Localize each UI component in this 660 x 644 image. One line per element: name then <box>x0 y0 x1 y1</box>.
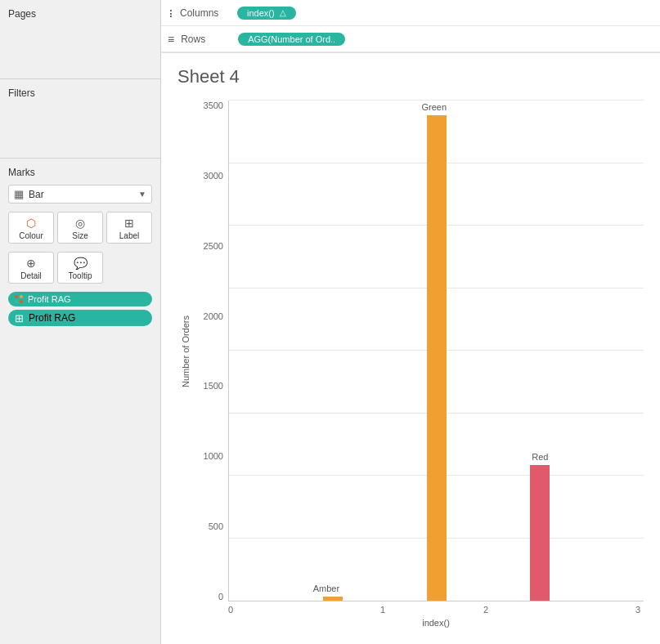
x-tick-2: 2 <box>434 605 537 615</box>
dot2 <box>20 295 23 298</box>
detail-pill-label: Profit RAG <box>29 312 75 324</box>
x-tick-0: 0 <box>228 605 331 615</box>
y-tick-500: 500 <box>209 521 223 531</box>
tooltip-icon: 💬 <box>74 257 88 270</box>
x-tick-3: 3 <box>537 605 644 615</box>
bar-label-green: Green <box>422 102 447 112</box>
rows-label: Rows <box>181 34 238 45</box>
rows-pill[interactable]: AGG(Number of Ord.. <box>238 33 345 46</box>
colour-dots <box>15 295 23 303</box>
marks-buttons-row1: ⬡ Colour ◎ Size ⊞ Label <box>8 212 152 244</box>
main-area: ⫶ Columns index() △ ≡ Rows AGG(Number of… <box>161 0 660 644</box>
filters-section: Filters <box>0 79 160 159</box>
columns-label: Columns <box>180 7 237 19</box>
plus-icon: ⊞ <box>15 313 24 324</box>
label-icon: ⊞ <box>124 217 134 230</box>
colour-pill[interactable]: Profit RAG <box>8 292 152 306</box>
bar-label-red: Red <box>532 452 548 462</box>
shelves: ⫶ Columns index() △ ≡ Rows AGG(Number of… <box>161 0 660 53</box>
colour-pill-label: Profit RAG <box>28 294 71 304</box>
size-button[interactable]: ◎ Size <box>57 212 103 244</box>
rows-pill-label: AGG(Number of Ord.. <box>248 34 335 44</box>
pages-title: Pages <box>8 8 152 20</box>
columns-pill-label: index() <box>247 8 275 18</box>
chart-area: Number of Orders 3500 3000 2500 2000 150… <box>177 101 644 628</box>
y-tick-1000: 1000 <box>204 451 223 461</box>
x-axis: 0 1 2 3 <box>228 602 644 615</box>
y-tick-1500: 1500 <box>204 381 223 391</box>
filters-title: Filters <box>8 87 152 99</box>
marks-buttons-row2: ⊕ Detail 💬 Tooltip <box>8 252 152 284</box>
rows-icon: ≡ <box>168 33 174 46</box>
label-button[interactable]: ⊞ Label <box>106 212 152 244</box>
marks-type-label: Bar <box>29 189 138 200</box>
columns-pill-delta: △ <box>280 8 286 17</box>
marks-title: Marks <box>8 167 152 178</box>
detail-pill[interactable]: ⊞ Profit RAG <box>8 310 152 326</box>
pages-section: Pages <box>0 0 160 79</box>
x-axis-label-wrap: index() <box>228 618 644 628</box>
detail-label: Detail <box>20 271 42 280</box>
marks-type-dropdown[interactable]: ▦ Bar ▼ <box>8 185 152 203</box>
bar-green[interactable] <box>427 115 447 601</box>
sidebar: Pages Filters Marks ▦ Bar ▼ ⬡ Colour ◎ S… <box>0 0 161 644</box>
chart-title: Sheet 4 <box>177 66 644 87</box>
label-label: Label <box>119 231 139 240</box>
bar-chart-icon: ▦ <box>14 188 24 200</box>
colour-button[interactable]: ⬡ Colour <box>8 212 54 244</box>
rows-shelf: ≡ Rows AGG(Number of Ord.. <box>161 26 660 52</box>
y-tick-0: 0 <box>218 592 223 602</box>
bar-amber[interactable] <box>323 597 343 601</box>
tooltip-label: Tooltip <box>69 271 92 280</box>
columns-pill[interactable]: index() △ <box>237 7 296 20</box>
pages-content <box>8 25 152 74</box>
size-label: Size <box>72 231 88 240</box>
dot1 <box>15 295 18 298</box>
y-axis-label: Number of Orders <box>181 315 191 387</box>
plot-area: Amber Green Red <box>228 101 644 602</box>
dot4 <box>20 300 23 303</box>
chart-inner: Number of Orders 3500 3000 2500 2000 150… <box>177 101 644 602</box>
y-tick-3000: 3000 <box>204 171 223 181</box>
y-ticks: 3500 3000 2500 2000 1500 1000 500 0 <box>194 101 228 602</box>
columns-icon: ⫶ <box>168 7 173 20</box>
x-tick-1: 1 <box>331 605 434 615</box>
detail-button[interactable]: ⊕ Detail <box>8 252 54 284</box>
detail-icon: ⊕ <box>26 257 36 270</box>
size-icon: ◎ <box>75 217 85 230</box>
dot3 <box>15 300 18 303</box>
marks-section: Marks ▦ Bar ▼ ⬡ Colour ◎ Size ⊞ Label <box>0 159 160 644</box>
y-axis-label-wrap: Number of Orders <box>177 101 194 602</box>
colour-label: Colour <box>19 231 43 240</box>
tooltip-button[interactable]: 💬 Tooltip <box>57 252 103 284</box>
y-tick-2000: 2000 <box>204 311 223 321</box>
grid-line-8 <box>229 100 644 101</box>
bar-red[interactable] <box>530 465 550 601</box>
chart-container: Sheet 4 Number of Orders 3500 3000 2500 … <box>161 53 660 644</box>
bar-label-amber: Amber <box>313 584 339 593</box>
filters-content <box>8 104 152 153</box>
y-tick-2500: 2500 <box>204 241 223 251</box>
chevron-down-icon: ▼ <box>138 190 146 199</box>
colour-icon: ⬡ <box>26 217 36 230</box>
marks-pills: Profit RAG ⊞ Profit RAG <box>8 292 152 326</box>
y-tick-3500: 3500 <box>204 101 223 110</box>
x-axis-label: index() <box>422 618 450 628</box>
columns-shelf: ⫶ Columns index() △ <box>161 0 660 26</box>
